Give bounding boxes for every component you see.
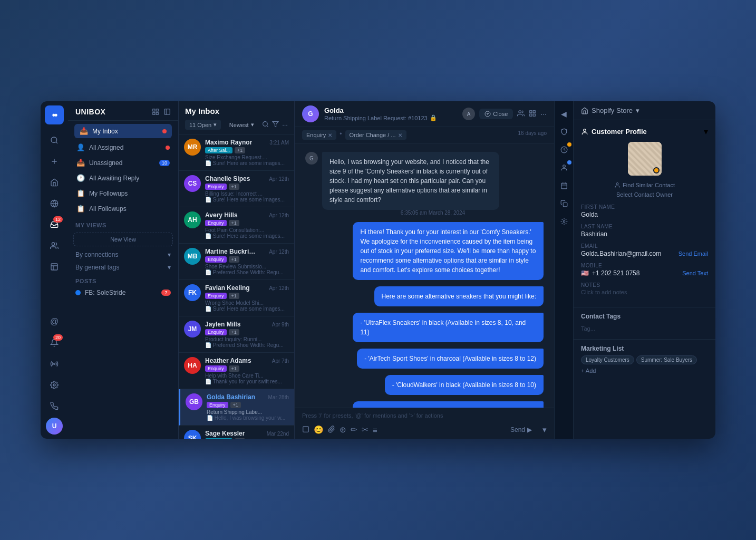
conv-item-3[interactable]: MB Martine Buckridge Apr 12th Enquiry +1… [179,244,294,280]
conv-item-6[interactable]: HA Heather Adams Apr 7th Enquiry +1 Help… [179,353,294,389]
conv-item-2[interactable]: AH Avery Hills Apr 12th Enquiry +1 Foot … [179,207,294,244]
chat-more-icon[interactable] [529,110,536,119]
conv-item-7[interactable]: GB Golda Bashirian Mar 28th Enquiry +1 R… [179,389,294,426]
close-conversation-button[interactable]: Close [479,109,513,119]
by-connections-item[interactable]: By connections ▾ [68,248,178,261]
find-similar-button[interactable]: Find Similar Contact [581,182,708,188]
toolbar-scissors-icon[interactable]: ✂ [362,425,369,435]
rail-at-icon[interactable]: @ [45,312,64,331]
conv-avatar-3: MB [184,248,201,265]
store-selector[interactable]: Shopify Store ▾ [581,107,639,114]
conv-content-5: Jaylen Mills Apr 9th Enquiry +1 Product … [205,321,289,348]
chat-options-icon[interactable]: ··· [540,110,547,118]
conv-time-7: Mar 28th [268,394,289,400]
conv-filter-icon[interactable] [272,121,279,128]
sidebar-item-unassigned[interactable]: 📥 Unassigned 10 [71,156,175,170]
customer-profile-label: Customer Profile [592,128,647,136]
conv-item-0[interactable]: MR Maximo Raynor 3:21 AM After Sal... +1… [179,134,294,171]
conv-tag-3: Enquiry [205,256,227,263]
right-rail-back-icon[interactable]: ◀ [557,107,571,121]
chevron-down-icon-3: ▾ [214,121,217,128]
user-avatar[interactable]: U [46,418,63,435]
tag-input[interactable]: Tag... [581,323,708,334]
rail-home-icon[interactable] [45,173,64,192]
conv-item-5[interactable]: JM Jaylen Mills Apr 9th Enquiry +1 Produ… [179,316,294,353]
rail-reports-icon[interactable] [45,257,64,276]
conv-preview-7: 📄 Hello, I was browsing your w... [207,415,289,421]
grid-icon[interactable] [152,108,159,115]
chat-contact-avatar: G [302,105,319,122]
toolbar-pencil-icon[interactable]: ✏ [351,425,357,435]
rail-contacts-icon[interactable] [45,236,64,255]
rail-search-icon[interactable] [45,131,64,150]
conv-content-4: Favian Keeling Apr 12th Enquiry +1 Wrong… [205,284,289,312]
msg-avatar: G [305,152,318,165]
rail-inbox-icon[interactable]: 12 [45,215,64,234]
right-rail-settings-icon[interactable] [557,214,571,229]
right-rail-copy-icon[interactable] [557,196,571,211]
toolbar-menu-icon[interactable]: ≡ [373,426,377,435]
conv-plus-5: +1 [229,329,239,335]
tab-enquiry-close[interactable]: ✕ [328,132,332,138]
select-owner-button[interactable]: Select Contact Owner [581,191,708,198]
all-assigned-label: All Assigned [89,144,161,151]
rail-bell-icon[interactable]: 20 [45,333,64,352]
toolbar-expand-icon[interactable]: ▾ [542,425,547,435]
rail-satellite-icon[interactable] [45,354,64,373]
sidebar-item-awaiting-reply[interactable]: 🕐 All Awaiting Reply [71,171,175,185]
assign-icon[interactable] [517,110,525,119]
profile-collapse-icon[interactable]: ▾ [704,127,708,137]
sidebar-item-all-followups[interactable]: 📋 All Followups [71,201,175,216]
right-rail-shield-icon[interactable] [557,124,571,139]
sidebar-toggle-icon[interactable] [163,108,171,115]
rail-settings-icon[interactable] [45,375,64,394]
conv-avatar-1: CS [184,175,201,192]
sidebar-item-all-assigned[interactable]: 👤 All Assigned [71,140,175,155]
send-button[interactable]: Send ▶ [504,424,538,436]
conv-content-0: Maximo Raynor 3:21 AM After Sal... +1 Si… [205,139,289,166]
sort-dropdown[interactable]: Newest ▾ [229,121,254,128]
chat-main: G Golda Return Shipping Label Request: #… [295,101,554,439]
conv-search-icon[interactable] [262,121,269,128]
tab-order-change[interactable]: Order Change / ... ✕ [345,130,406,140]
conv-header-icons: ··· [262,121,288,129]
conv-tag-7: Enquiry [207,402,228,408]
right-rail-clock-icon[interactable] [557,142,571,157]
notes-input[interactable]: Click to add notes [581,289,708,295]
svg-rect-8 [156,109,158,111]
send-email-button[interactable]: Send Email [679,250,708,257]
send-text-button[interactable]: Send Text [682,270,708,276]
open-count-badge[interactable]: 11 Open ▾ [185,120,221,130]
conv-time-8: Mar 22nd [267,431,289,437]
toolbar-format-icon[interactable] [302,426,309,435]
conv-preview-4: 📄 Sure! Here are some images... [205,306,289,312]
tab-enquiry[interactable]: Enquiry ✕ [302,130,336,140]
right-rail-calendar-icon[interactable] [557,178,571,193]
conv-more-icon[interactable]: ··· [282,121,288,129]
tab-order-close[interactable]: ✕ [398,132,402,138]
conv-item-8[interactable]: SK Sage Kessler Mar 22nd After Sal... +1… [179,426,294,439]
app-logo[interactable]: •• [45,105,64,124]
sidebar-item-my-inbox[interactable]: 📥 My Inbox [74,124,172,138]
by-general-tags-item[interactable]: By general tags ▾ [68,261,178,274]
sidebar-header: UNIBOX [68,101,178,121]
msg-bubble-outgoing-opt1: - 'UltraFlex Sneakers' in black (Availab… [353,313,544,342]
conv-item-1[interactable]: CS Chanelle Sipes Apr 12th Enquiry +1 Bi… [179,171,294,207]
toolbar-emoji-icon[interactable]: 😊 [314,425,324,435]
rail-globe-icon[interactable] [45,194,64,213]
msg-bubble-outgoing-header: Here are some alternative sneakers that … [374,286,544,306]
toolbar-apps-icon[interactable]: ⊕ [340,425,346,435]
new-view-button[interactable]: New View [73,233,173,246]
conv-item-4[interactable]: FK Favian Keeling Apr 12th Enquiry +1 Wr… [179,280,294,316]
rail-plus-icon[interactable] [45,152,64,171]
svg-point-5 [54,363,55,365]
sidebar-item-my-followups[interactable]: 📋 My Followups [71,186,175,200]
toolbar-attach-icon[interactable] [328,426,335,435]
add-marketing-button[interactable]: + Add [581,368,708,374]
last-name-label: Last Name [581,224,708,229]
sidebar-item-fb-solestride[interactable]: FB: SoleStride 7 [68,286,178,299]
chat-header-actions: A Close ··· [462,108,547,120]
rail-phone-icon[interactable] [45,397,64,416]
first-name-label: First Name [581,204,708,210]
right-rail-person-icon[interactable] [557,160,571,175]
